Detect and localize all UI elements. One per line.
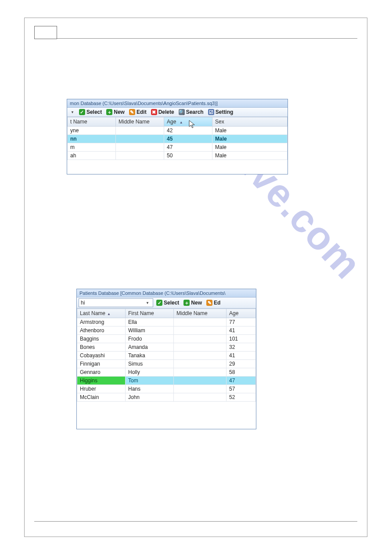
screenshot-sorted-by-age: mon Database (C:\Users\Slava\Documents\A…: [67, 99, 288, 174]
col-middle-name[interactable]: Middle Name: [174, 309, 227, 318]
toolbar: ▼ ✓ Select ＋ New ✎ Edit ✖ Delete 🔍 Searc…: [67, 108, 288, 117]
cell-sex: Male: [212, 135, 288, 143]
cell-middle-name: [116, 135, 164, 143]
cell-middle-name: [174, 318, 227, 326]
cell-last-name: Gennaro: [77, 368, 126, 377]
col-sex[interactable]: Sex: [212, 117, 288, 127]
col-age[interactable]: Age: [227, 309, 256, 318]
edit-button[interactable]: ✎ Edit: [128, 109, 148, 116]
edit-button[interactable]: ✎ Ed: [205, 299, 222, 306]
col-age[interactable]: Age ▲: [164, 117, 212, 127]
cell-age: 29: [227, 360, 256, 368]
cell-middle-name: [174, 368, 227, 377]
search-label: Search: [186, 109, 204, 115]
quick-search-input[interactable]: hi ▼: [79, 298, 153, 307]
cell-last-name: Bones: [77, 343, 126, 352]
delete-button[interactable]: ✖ Delete: [150, 109, 176, 116]
col-first-name[interactable]: t Name: [68, 117, 116, 127]
table-row[interactable]: Bones Amanda 32: [77, 343, 256, 352]
dropdown-arrow-icon[interactable]: ▼: [144, 301, 151, 305]
new-label: New: [191, 300, 202, 306]
new-button[interactable]: ＋ New: [182, 299, 203, 306]
cell-middle-name: [116, 143, 164, 152]
new-button[interactable]: ＋ New: [105, 109, 126, 116]
check-icon: ✓: [156, 300, 162, 306]
cell-first-name: Tanaka: [126, 352, 174, 360]
plus-icon: ＋: [183, 300, 190, 306]
window-title: Patients Database [Common Database (C:\U…: [77, 289, 256, 297]
cell-age: 77: [227, 318, 256, 326]
cell-first-name: Holly: [126, 368, 174, 377]
cell-last-name: Cobayashi: [77, 352, 126, 360]
cell-first-name: Ella: [126, 318, 174, 326]
table-row-selected[interactable]: nn 45 Male: [68, 135, 288, 143]
cell-middle-name: [174, 352, 227, 360]
magnifier-icon: 🔍: [179, 109, 185, 115]
checkbox-icon: ☑: [208, 109, 214, 115]
cell-last-name: Armstrong: [77, 318, 126, 326]
table-row[interactable]: Hruber Hans 57: [77, 385, 256, 393]
cell-last-name: Athenboro: [77, 326, 126, 335]
cell-first-name: yne: [68, 127, 116, 135]
cell-first-name: ah: [68, 152, 116, 160]
cell-first-name: Simus: [126, 360, 174, 368]
table-row-highlighted[interactable]: Higgins Tom 47: [77, 377, 256, 385]
header-rule: [34, 38, 357, 39]
cell-last-name: Baggins: [77, 335, 126, 343]
cell-middle-name: [174, 385, 227, 393]
table-row[interactable]: m 47 Male: [68, 143, 288, 152]
pencil-icon: ✎: [129, 109, 135, 115]
cell-last-name: Finnigan: [77, 360, 126, 368]
cell-last-name: Higgins: [77, 377, 126, 385]
search-button[interactable]: 🔍 Search: [177, 109, 205, 116]
cell-last-name: Hruber: [77, 385, 126, 393]
select-button[interactable]: ✓ Select: [155, 299, 180, 306]
cell-age: 47: [164, 143, 212, 152]
settings-button[interactable]: ☑ Setting: [207, 109, 235, 116]
table-row[interactable]: Gennaro Holly 58: [77, 368, 256, 377]
select-button[interactable]: ✓ Select: [78, 109, 103, 116]
cell-middle-name: [116, 127, 164, 135]
cell-age: 32: [227, 343, 256, 352]
edit-label: Ed: [214, 300, 220, 306]
cell-age: 47: [227, 377, 256, 385]
cell-age: 41: [227, 352, 256, 360]
cell-last-name: McClain: [77, 393, 126, 402]
settings-label: Setting: [216, 109, 234, 115]
table-row[interactable]: yne 42 Male: [68, 127, 288, 135]
plus-icon: ＋: [106, 109, 112, 115]
col-first-name[interactable]: First Name: [126, 309, 174, 318]
cell-age: 58: [227, 368, 256, 377]
pencil-icon: ✎: [206, 300, 212, 306]
edit-label: Edit: [137, 109, 147, 115]
select-label: Select: [164, 300, 179, 306]
dropdown-arrow-icon[interactable]: ▼: [69, 110, 76, 114]
cell-first-name: Tom: [126, 377, 174, 385]
delete-label: Delete: [158, 109, 174, 115]
cell-first-name: Hans: [126, 385, 174, 393]
table-row[interactable]: Cobayashi Tanaka 41: [77, 352, 256, 360]
col-last-name[interactable]: Last Name▲: [77, 309, 126, 318]
grid-header-row: Last Name▲ First Name Middle Name Age: [77, 309, 256, 318]
header-number-box: [34, 26, 57, 39]
table-row[interactable]: Athenboro William 41: [77, 326, 256, 335]
table-row[interactable]: Baggins Frodo 101: [77, 335, 256, 343]
cell-sex: Male: [212, 143, 288, 152]
cell-age: 42: [164, 127, 212, 135]
table-row[interactable]: Armstrong Ella 77: [77, 318, 256, 326]
cell-age: 50: [164, 152, 212, 160]
patients-grid-sorted: t Name Middle Name Age ▲ Sex yne 42 Male: [67, 117, 288, 160]
col-middle-name[interactable]: Middle Name: [116, 117, 164, 127]
cell-middle-name: [174, 377, 227, 385]
table-row[interactable]: ah 50 Male: [68, 152, 288, 160]
cell-age: 52: [227, 393, 256, 402]
cell-age: 41: [227, 326, 256, 335]
screenshot-quick-search: Patients Database [Common Database (C:\U…: [76, 289, 256, 429]
table-row[interactable]: McClain John 52: [77, 393, 256, 402]
cell-first-name: William: [126, 326, 174, 335]
window-title: mon Database (C:\Users\Slava\Documents\A…: [67, 99, 288, 108]
cell-first-name: Frodo: [126, 335, 174, 343]
cell-first-name: nn: [68, 135, 116, 143]
table-row[interactable]: Finnigan Simus 29: [77, 360, 256, 368]
patients-grid-full: Last Name▲ First Name Middle Name Age Ar…: [77, 308, 256, 402]
